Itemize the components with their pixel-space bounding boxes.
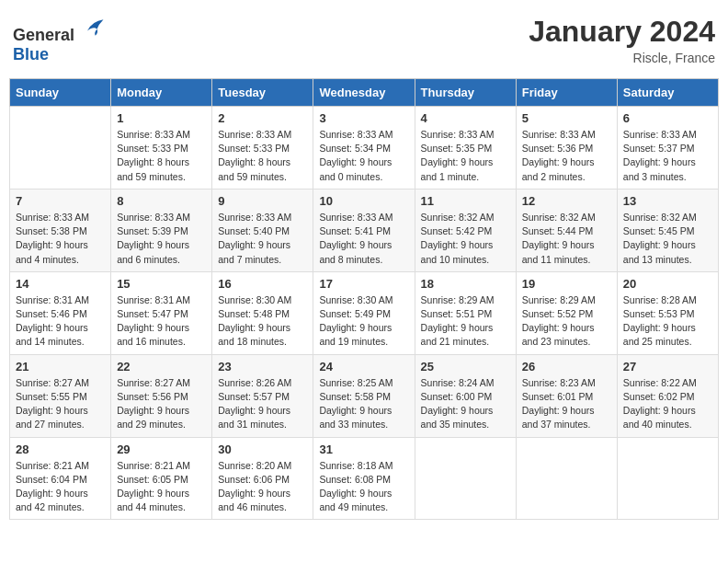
calendar-cell: 11Sunrise: 8:32 AM Sunset: 5:42 PM Dayli… (415, 189, 516, 271)
day-info: Sunrise: 8:33 AM Sunset: 5:37 PM Dayligh… (623, 128, 712, 184)
calendar-cell: 16Sunrise: 8:30 AM Sunset: 5:48 PM Dayli… (212, 271, 313, 354)
day-number: 15 (117, 277, 206, 291)
day-info: Sunrise: 8:21 AM Sunset: 6:05 PM Dayligh… (117, 459, 206, 515)
day-number: 21 (16, 360, 105, 373)
calendar-cell: 23Sunrise: 8:26 AM Sunset: 5:57 PM Dayli… (212, 354, 313, 437)
day-number: 1 (117, 111, 206, 125)
day-info: Sunrise: 8:33 AM Sunset: 5:38 PM Dayligh… (16, 211, 105, 267)
logo-blue: Blue (13, 45, 49, 63)
day-info: Sunrise: 8:30 AM Sunset: 5:49 PM Dayligh… (319, 293, 408, 350)
logo-general: General (13, 26, 74, 44)
calendar-cell (617, 437, 718, 520)
calendar-cell (10, 107, 111, 190)
calendar-cell: 6Sunrise: 8:33 AM Sunset: 5:37 PM Daylig… (617, 107, 718, 190)
day-number: 28 (16, 442, 105, 456)
calendar-table: SundayMondayTuesdayWednesdayThursdayFrid… (9, 78, 719, 520)
calendar-cell: 21Sunrise: 8:27 AM Sunset: 5:55 PM Dayli… (10, 354, 111, 437)
day-number: 17 (319, 277, 408, 291)
day-header-thursday: Thursday (415, 79, 516, 107)
month-title: January 2024 (529, 15, 715, 49)
day-header-monday: Monday (111, 79, 212, 107)
day-number: 11 (421, 194, 510, 208)
day-number: 25 (421, 360, 510, 373)
calendar-cell: 8Sunrise: 8:33 AM Sunset: 5:39 PM Daylig… (111, 189, 212, 271)
title-area: January 2024 Riscle, France (529, 15, 715, 65)
day-info: Sunrise: 8:32 AM Sunset: 5:44 PM Dayligh… (522, 211, 611, 267)
calendar-cell: 2Sunrise: 8:33 AM Sunset: 5:33 PM Daylig… (212, 107, 313, 190)
day-number: 14 (16, 277, 105, 291)
day-info: Sunrise: 8:27 AM Sunset: 5:55 PM Dayligh… (16, 376, 105, 432)
day-info: Sunrise: 8:25 AM Sunset: 5:58 PM Dayligh… (319, 376, 408, 432)
day-header-saturday: Saturday (617, 79, 718, 107)
day-header-tuesday: Tuesday (212, 79, 313, 107)
day-info: Sunrise: 8:18 AM Sunset: 6:08 PM Dayligh… (319, 459, 408, 515)
day-info: Sunrise: 8:26 AM Sunset: 5:57 PM Dayligh… (218, 376, 307, 432)
calendar-cell: 25Sunrise: 8:24 AM Sunset: 6:00 PM Dayli… (415, 354, 516, 437)
day-number: 18 (421, 277, 510, 291)
day-number: 26 (522, 360, 611, 373)
day-info: Sunrise: 8:31 AM Sunset: 5:47 PM Dayligh… (117, 293, 206, 350)
calendar-cell: 12Sunrise: 8:32 AM Sunset: 5:44 PM Dayli… (516, 189, 617, 271)
day-number: 27 (623, 360, 712, 373)
day-header-sunday: Sunday (10, 79, 111, 107)
calendar-cell: 15Sunrise: 8:31 AM Sunset: 5:47 PM Dayli… (111, 271, 212, 354)
calendar-cell: 20Sunrise: 8:28 AM Sunset: 5:53 PM Dayli… (617, 271, 718, 354)
day-number: 13 (623, 194, 712, 208)
calendar-cell (516, 437, 617, 520)
calendar-cell: 10Sunrise: 8:33 AM Sunset: 5:41 PM Dayli… (313, 189, 415, 271)
day-header-wednesday: Wednesday (313, 79, 415, 107)
day-number: 12 (522, 194, 611, 208)
calendar-cell: 22Sunrise: 8:27 AM Sunset: 5:56 PM Dayli… (111, 354, 212, 437)
day-number: 3 (319, 111, 408, 125)
week-row-1: 1Sunrise: 8:33 AM Sunset: 5:33 PM Daylig… (10, 107, 719, 190)
calendar-cell: 3Sunrise: 8:33 AM Sunset: 5:34 PM Daylig… (313, 107, 415, 190)
day-number: 8 (117, 194, 206, 208)
calendar-cell: 13Sunrise: 8:32 AM Sunset: 5:45 PM Dayli… (617, 189, 718, 271)
week-row-2: 7Sunrise: 8:33 AM Sunset: 5:38 PM Daylig… (10, 189, 719, 271)
day-number: 16 (218, 277, 307, 291)
week-row-4: 21Sunrise: 8:27 AM Sunset: 5:55 PM Dayli… (10, 354, 719, 437)
day-info: Sunrise: 8:33 AM Sunset: 5:33 PM Dayligh… (218, 128, 307, 184)
calendar-cell: 30Sunrise: 8:20 AM Sunset: 6:06 PM Dayli… (212, 437, 313, 520)
day-info: Sunrise: 8:32 AM Sunset: 5:42 PM Dayligh… (421, 211, 510, 267)
calendar-cell: 19Sunrise: 8:29 AM Sunset: 5:52 PM Dayli… (516, 271, 617, 354)
day-number: 20 (623, 277, 712, 291)
day-info: Sunrise: 8:33 AM Sunset: 5:35 PM Dayligh… (421, 128, 510, 184)
day-info: Sunrise: 8:30 AM Sunset: 5:48 PM Dayligh… (218, 293, 307, 350)
calendar-cell: 17Sunrise: 8:30 AM Sunset: 5:49 PM Dayli… (313, 271, 415, 354)
day-number: 5 (522, 111, 611, 125)
day-info: Sunrise: 8:33 AM Sunset: 5:33 PM Dayligh… (117, 128, 206, 184)
calendar-cell: 9Sunrise: 8:33 AM Sunset: 5:40 PM Daylig… (212, 189, 313, 271)
day-info: Sunrise: 8:24 AM Sunset: 6:00 PM Dayligh… (421, 376, 510, 432)
day-number: 30 (218, 442, 307, 456)
calendar-body: 1Sunrise: 8:33 AM Sunset: 5:33 PM Daylig… (10, 107, 719, 520)
location: Riscle, France (529, 51, 715, 65)
logo: General Blue (13, 15, 107, 64)
calendar-cell: 26Sunrise: 8:23 AM Sunset: 6:01 PM Dayli… (516, 354, 617, 437)
day-number: 29 (117, 442, 206, 456)
calendar-cell: 29Sunrise: 8:21 AM Sunset: 6:05 PM Dayli… (111, 437, 212, 520)
calendar-cell: 18Sunrise: 8:29 AM Sunset: 5:51 PM Dayli… (415, 271, 516, 354)
calendar-cell: 5Sunrise: 8:33 AM Sunset: 5:36 PM Daylig… (516, 107, 617, 190)
calendar-cell: 4Sunrise: 8:33 AM Sunset: 5:35 PM Daylig… (415, 107, 516, 190)
day-info: Sunrise: 8:33 AM Sunset: 5:36 PM Dayligh… (522, 128, 611, 184)
calendar-cell: 1Sunrise: 8:33 AM Sunset: 5:33 PM Daylig… (111, 107, 212, 190)
day-number: 23 (218, 360, 307, 373)
day-number: 6 (623, 111, 712, 125)
day-number: 4 (421, 111, 510, 125)
calendar-header-row: SundayMondayTuesdayWednesdayThursdayFrid… (10, 79, 719, 107)
day-info: Sunrise: 8:29 AM Sunset: 5:52 PM Dayligh… (522, 293, 611, 350)
day-number: 9 (218, 194, 307, 208)
day-number: 2 (218, 111, 307, 125)
day-info: Sunrise: 8:33 AM Sunset: 5:34 PM Dayligh… (319, 128, 408, 184)
day-number: 31 (319, 442, 408, 456)
day-number: 22 (117, 360, 206, 373)
day-info: Sunrise: 8:22 AM Sunset: 6:02 PM Dayligh… (623, 376, 712, 432)
day-info: Sunrise: 8:33 AM Sunset: 5:41 PM Dayligh… (319, 211, 408, 267)
day-info: Sunrise: 8:28 AM Sunset: 5:53 PM Dayligh… (623, 293, 712, 350)
logo-text: General Blue (13, 15, 107, 64)
calendar-cell: 24Sunrise: 8:25 AM Sunset: 5:58 PM Dayli… (313, 354, 415, 437)
day-info: Sunrise: 8:27 AM Sunset: 5:56 PM Dayligh… (117, 376, 206, 432)
day-number: 19 (522, 277, 611, 291)
week-row-3: 14Sunrise: 8:31 AM Sunset: 5:46 PM Dayli… (10, 271, 719, 354)
